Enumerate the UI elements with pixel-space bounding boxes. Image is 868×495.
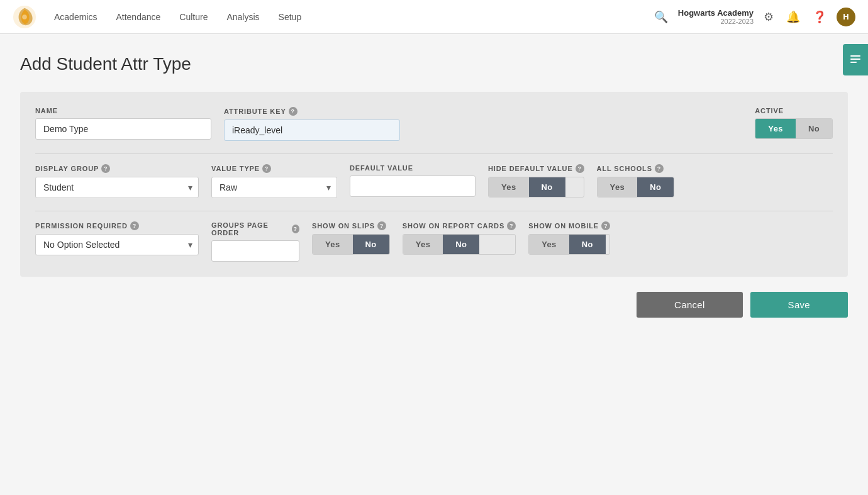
groups-order-input[interactable]	[211, 240, 299, 262]
show-mobile-label: SHOW ON MOBILE ?	[528, 221, 610, 230]
groups-order-label: GROUPS PAGE ORDER ?	[211, 221, 299, 236]
divider-1	[35, 153, 833, 154]
name-label: NAME	[35, 107, 211, 114]
show-slips-help-icon[interactable]: ?	[377, 221, 386, 230]
all-schools-help-icon[interactable]: ?	[655, 164, 664, 173]
main-content: Add Student Attr Type NAME ATTRIBUTE KEY…	[0, 34, 868, 318]
show-mobile-no-button[interactable]: No	[569, 235, 606, 254]
form-section-1: NAME ATTRIBUTE KEY ? ACTIVE Yes No	[35, 107, 833, 141]
all-schools-yes-button[interactable]: Yes	[598, 177, 638, 197]
active-yes-button[interactable]: Yes	[755, 119, 796, 138]
form-card: NAME ATTRIBUTE KEY ? ACTIVE Yes No	[20, 92, 848, 277]
attr-key-input[interactable]	[224, 120, 400, 141]
navbar-right: 🔍 Hogwarts Academy 2022-2023 ⚙ 🔔 ❓ H	[652, 8, 855, 26]
attr-key-help-icon[interactable]: ?	[289, 107, 298, 116]
all-schools-label: ALL SCHOOLS ?	[597, 164, 675, 173]
hide-default-field: HIDE DEFAULT VALUE ? Yes No	[488, 164, 584, 197]
show-slips-toggle: Yes No	[312, 234, 390, 255]
show-mobile-toggle: Yes No	[528, 234, 610, 255]
show-mobile-help-icon[interactable]: ?	[601, 221, 610, 230]
school-year: 2022-2023	[678, 18, 754, 25]
show-report-label: SHOW ON REPORT CARDS ?	[403, 221, 516, 230]
show-slips-yes-button[interactable]: Yes	[313, 235, 353, 254]
default-value-label: DEFAULT VALUE	[350, 164, 476, 172]
permission-select[interactable]: No Option Selected	[35, 234, 199, 255]
nav-culture[interactable]: Culture	[172, 8, 215, 26]
display-group-label: DISPLAY GROUP ?	[35, 164, 199, 173]
avatar[interactable]: H	[837, 8, 855, 26]
svg-rect-2	[850, 55, 860, 57]
form-section-2: DISPLAY GROUP ? Student Academic Health …	[35, 164, 833, 198]
display-group-select[interactable]: Student Academic Health Other	[35, 177, 199, 198]
nav-analysis[interactable]: Analysis	[219, 8, 267, 26]
permission-label: PERMISSION REQUIRED ?	[35, 221, 199, 230]
nav-academics[interactable]: Academics	[47, 8, 104, 26]
all-schools-no-button[interactable]: No	[637, 177, 674, 197]
name-input[interactable]	[35, 118, 211, 140]
default-value-field: DEFAULT VALUE	[350, 164, 476, 197]
svg-rect-3	[850, 58, 860, 60]
page-title: Add Student Attr Type	[20, 54, 848, 74]
hide-default-label: HIDE DEFAULT VALUE ?	[488, 164, 584, 173]
groups-order-help-icon[interactable]: ?	[292, 225, 299, 233]
settings-button[interactable]: ⚙	[761, 8, 776, 26]
all-schools-toggle: Yes No	[597, 177, 675, 197]
show-slips-label: SHOW ON SLIPS ?	[312, 221, 390, 230]
nav-attendance[interactable]: Attendance	[108, 8, 168, 26]
hide-default-no-button[interactable]: No	[529, 177, 565, 197]
attr-key-field: ATTRIBUTE KEY ?	[224, 107, 400, 141]
value-type-field: VALUE TYPE ? Raw Text Number Date Boolea…	[211, 164, 337, 198]
display-group-help-icon[interactable]: ?	[101, 164, 110, 173]
school-info: Hogwarts Academy 2022-2023	[678, 8, 754, 25]
hide-default-help-icon[interactable]: ?	[576, 164, 584, 173]
svg-rect-4	[850, 62, 857, 63]
navbar: Academics Attendance Culture Analysis Se…	[0, 0, 868, 34]
show-slips-field: SHOW ON SLIPS ? Yes No	[312, 221, 390, 255]
school-name: Hogwarts Academy	[678, 8, 754, 18]
name-field: NAME	[35, 107, 211, 140]
value-type-label: VALUE TYPE ?	[211, 164, 337, 173]
notifications-button[interactable]: 🔔	[784, 8, 803, 26]
show-mobile-yes-button[interactable]: Yes	[529, 235, 569, 254]
permission-field: PERMISSION REQUIRED ? No Option Selected…	[35, 221, 199, 255]
show-report-yes-button[interactable]: Yes	[403, 235, 443, 254]
divider-2	[35, 211, 833, 211]
hide-default-yes-button[interactable]: Yes	[489, 177, 529, 197]
active-toggle: Yes No	[755, 118, 833, 139]
cancel-button[interactable]: Cancel	[637, 292, 743, 318]
groups-order-field: GROUPS PAGE ORDER ?	[211, 221, 299, 262]
show-report-toggle: Yes No	[403, 234, 516, 255]
search-button[interactable]: 🔍	[652, 8, 670, 26]
help-button[interactable]: ❓	[810, 8, 829, 26]
value-type-select[interactable]: Raw Text Number Date Boolean	[211, 177, 337, 198]
active-field: ACTIVE Yes No	[755, 107, 833, 139]
show-mobile-field: SHOW ON MOBILE ? Yes No	[528, 221, 610, 255]
active-no-button[interactable]: No	[796, 119, 832, 138]
all-schools-field: ALL SCHOOLS ? Yes No	[597, 164, 675, 197]
active-label: ACTIVE	[755, 107, 833, 114]
permission-help-icon[interactable]: ?	[130, 221, 139, 230]
save-button[interactable]: Save	[750, 292, 848, 318]
attr-key-label: ATTRIBUTE KEY ?	[224, 107, 400, 116]
display-group-field: DISPLAY GROUP ? Student Academic Health …	[35, 164, 199, 198]
show-slips-no-button[interactable]: No	[353, 235, 389, 254]
value-type-help-icon[interactable]: ?	[262, 164, 271, 173]
form-section-3: PERMISSION REQUIRED ? No Option Selected…	[35, 221, 833, 262]
nav-setup[interactable]: Setup	[271, 8, 309, 26]
default-value-input[interactable]	[350, 175, 476, 197]
app-logo[interactable]	[13, 5, 36, 29]
svg-point-1	[22, 14, 27, 19]
hide-default-toggle: Yes No	[488, 177, 584, 197]
sidebar-toggle[interactable]	[843, 44, 868, 75]
action-buttons: Cancel Save	[20, 292, 848, 318]
show-report-no-button[interactable]: No	[443, 235, 479, 254]
show-report-help-icon[interactable]: ?	[507, 221, 516, 230]
nav-links: Academics Attendance Culture Analysis Se…	[47, 8, 652, 26]
show-report-field: SHOW ON REPORT CARDS ? Yes No	[403, 221, 516, 255]
